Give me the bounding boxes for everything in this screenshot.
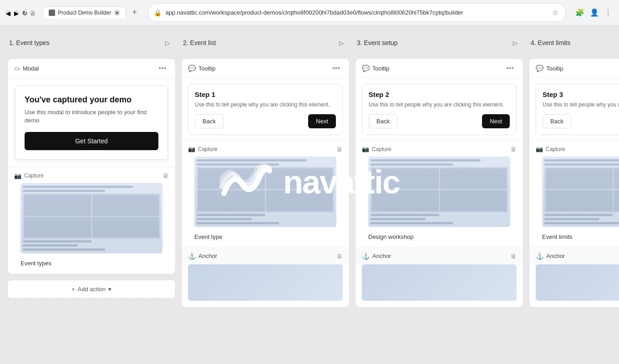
col3-anchor-thumb-wrap [355,264,523,307]
modal-box: You've captured your demo Use this modal… [15,86,168,160]
browser-nav-icons: 🧩 👤 ⋮ [573,6,614,19]
col3-monitor-btn[interactable]: 🖥 [510,146,517,153]
anchor-icon-3: ⚓ [362,253,370,260]
col4-capture-label: 📷 Capture [536,146,565,152]
col4-anchor-thumb [536,264,619,301]
active-tab[interactable]: Product Demo Builder ✕ [43,6,126,19]
tab-bar: Product Demo Builder ✕ + [43,6,141,19]
add-icon: + [71,286,75,293]
col4-type-label: Tooltip [546,65,563,72]
caret-icon: ▾ [108,286,112,293]
col2-header: 2. Event list ▷ [181,33,350,53]
col1-card-type: ▭ Modal [14,65,39,72]
col2-type-label: Tooltip [198,65,216,72]
column-event-list: 2. Event list ▷ 💬 Tooltip ••• Step 1 Use… [181,33,350,357]
back-btn[interactable]: ◀ [5,10,11,15]
bookmark-btn[interactable]: ☆ [550,6,560,19]
col2-card-header: 💬 Tooltip ••• [182,59,349,78]
col3-capture-label: 📷 Capture [362,146,391,152]
col1-monitor-btn[interactable]: 🖥 [162,172,169,179]
profile-btn[interactable]: 👤 [588,6,601,19]
camera-icon: 📷 [14,172,21,179]
col4-screen-label: Event limits [536,231,619,243]
col2-back-btn[interactable]: Back [195,114,223,128]
col2-capture-text: Capture [198,146,218,152]
col2-play-btn[interactable]: ▷ [335,36,348,49]
col3-card-menu-btn[interactable]: ••• [503,63,517,73]
forward-btn[interactable]: ▶ [14,10,19,15]
tab-title: Product Demo Builder [58,10,111,16]
column-event-limits: 4. Event limits ▷ 💬 Tooltip ••• Step 3 U… [529,33,619,357]
col2-card-tooltip: 💬 Tooltip ••• Step 1 Use this to tell pe… [181,58,350,308]
col3-anchor-text: Anchor [372,253,391,259]
col3-next-btn[interactable]: Next [482,114,510,128]
col3-anchor-label: ⚓ Anchor [362,253,391,260]
col4-step-buttons: Back Next [543,114,619,128]
col3-card-header: 💬 Tooltip ••• [355,59,523,78]
col1-card-menu-btn[interactable]: ••• [156,63,169,73]
col4-anchor-text: Anchor [546,253,565,259]
col1-card-modal: ▭ Modal ••• You've captured your demo Us… [7,58,176,274]
col2-anchor-text: Anchor [198,253,217,259]
col1-type-label: Modal [23,65,39,72]
col2-anchor-thumb-wrap [182,264,349,307]
col4-back-btn[interactable]: Back [543,114,571,128]
home-btn[interactable]: ⌂ [30,10,36,15]
url-text: app.navattic.com/workspace/product-demos… [165,9,547,16]
col2-anchor-section: ⚓ Anchor 🖥 [182,248,349,264]
extensions-btn[interactable]: 🧩 [573,6,586,19]
col2-next-btn[interactable]: Next [308,114,336,128]
col2-capture-header: 📷 Capture 🖥 [188,146,343,153]
reload-btn[interactable]: ↻ [22,10,27,15]
col3-anchor-monitor-btn[interactable]: 🖥 [510,253,517,260]
modal-get-started-btn[interactable]: Get Started [25,132,158,150]
col4-title: 4. Event limits [531,39,570,46]
tab-close-btn[interactable]: ✕ [114,10,120,16]
col2-card-type: 💬 Tooltip [188,65,216,72]
tab-favicon [49,10,55,16]
new-tab-btn[interactable]: + [128,6,141,19]
col2-anchor-monitor-btn[interactable]: 🖥 [336,253,343,260]
col4-card-tooltip: 💬 Tooltip ••• Step 3 Use this to tell pe… [529,58,619,308]
col1-capture-section: 📷 Capture 🖥 [8,167,175,274]
col3-anchor-thumb [362,264,517,301]
col1-card-header: ▭ Modal ••• [8,59,175,78]
menu-btn[interactable]: ⋮ [603,6,614,19]
col2-step-title: Step 1 [195,91,336,98]
col1-play-btn[interactable]: ▷ [161,36,174,49]
col1-capture-label: 📷 Capture [14,172,44,179]
tooltip-icon: 💬 [188,65,196,72]
col3-play-btn[interactable]: ▷ [509,36,522,49]
column-event-setup: 3. Event setup ▷ 💬 Tooltip ••• Step 2 Us… [355,33,523,357]
anchor-icon-2: ⚓ [188,253,196,260]
modal-title: You've captured your demo [25,95,158,105]
col2-anchor-label: ⚓ Anchor [188,253,217,260]
col3-title: 3. Event setup [357,39,398,46]
col2-monitor-btn[interactable]: 🖥 [336,146,343,153]
address-bar[interactable]: 🔒 app.navattic.com/workspace/product-dem… [148,3,566,22]
col1-screen-label: Event types [14,257,169,269]
tooltip-icon-4: 💬 [536,65,543,72]
camera-icon-3: 📷 [362,146,369,152]
col1-capture-text: Capture [24,172,44,179]
add-action-btn[interactable]: + Add action ▾ [7,280,176,298]
col1-screenshot-thumb [20,183,162,253]
col3-anchor-section: ⚓ Anchor 🖥 [355,248,523,264]
col4-anchor-label: ⚓ Anchor [536,253,565,260]
camera-icon-4: 📷 [536,146,543,152]
column-event-types: 1. Event types ▷ ▭ Modal ••• You've capt… [7,33,176,357]
anchor-icon-4: ⚓ [536,253,543,260]
col3-step-buttons: Back Next [369,114,510,128]
col2-title: 2. Event list [183,39,216,46]
col3-screen-label: Design workshop [362,231,517,243]
modal-icon: ▭ [14,65,20,72]
col3-capture-text: Capture [372,146,391,152]
col3-tooltip-box: Step 2 Use this to tell people why you a… [362,84,517,135]
col2-capture-label: 📷 Capture [188,146,218,152]
col4-header: 4. Event limits ▷ [529,33,619,53]
col2-tooltip-box: Step 1 Use this to tell people why you a… [188,84,343,135]
col2-screen-label: Event type [188,231,343,243]
col3-back-btn[interactable]: Back [369,114,397,128]
col3-step-desc: Use this to tell people why you are clic… [369,101,510,109]
col2-card-menu-btn[interactable]: ••• [330,63,343,73]
